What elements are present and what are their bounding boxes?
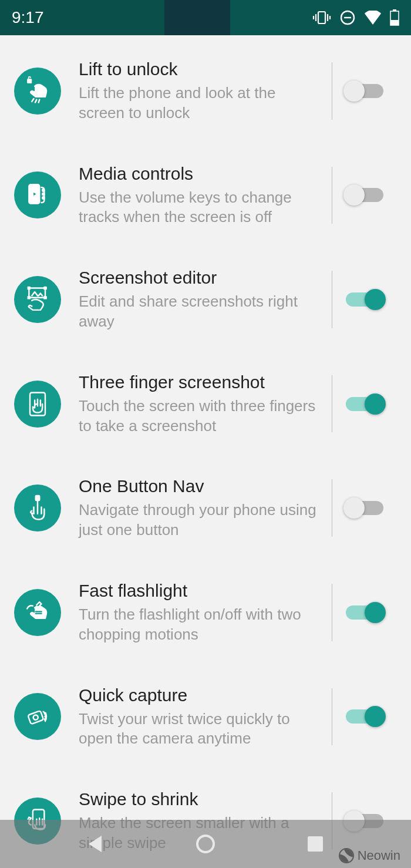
svg-point-30 [45, 713, 46, 714]
setting-one-button-nav[interactable]: One Button Nav Navigate through your pho… [0, 456, 411, 560]
setting-fast-flashlight[interactable]: Fast flashlight Turn the flashlight on/o… [0, 560, 411, 665]
watermark: Neowin [339, 848, 400, 863]
setting-title: Lift to unlock [79, 59, 324, 80]
setting-title: One Button Nav [79, 476, 324, 497]
toggle-screenshot-editor[interactable] [346, 292, 383, 307]
setting-desc: Lift the phone and look at the screen to… [79, 83, 324, 123]
svg-rect-28 [28, 711, 43, 724]
setting-text: Media controls Use the volume keys to ch… [61, 163, 332, 228]
flashlight-icon [14, 589, 61, 636]
nav-home-button[interactable] [191, 830, 220, 858]
setting-three-finger-screenshot[interactable]: Three finger screenshot Touch the screen… [0, 352, 411, 456]
lift-unlock-icon [14, 68, 61, 115]
svg-rect-9 [390, 20, 399, 25]
svg-point-32 [45, 719, 46, 720]
setting-text: One Button Nav Navigate through your pho… [61, 476, 332, 540]
setting-quick-capture[interactable]: Quick capture Twist your wrist twice qui… [0, 665, 411, 769]
setting-title: Screenshot editor [79, 267, 324, 288]
setting-text: Screenshot editor Edit and share screens… [61, 267, 332, 332]
vibrate-icon [312, 10, 331, 25]
setting-desc: Touch the screen with three fingers to t… [79, 396, 324, 436]
svg-line-13 [39, 99, 40, 102]
setting-desc: Twist your wrist twice quickly to open t… [79, 709, 324, 749]
svg-rect-21 [28, 297, 30, 298]
svg-point-29 [33, 715, 39, 721]
svg-rect-20 [44, 287, 46, 289]
svg-point-15 [42, 190, 44, 191]
svg-rect-0 [318, 12, 325, 23]
status-time: 9:17 [12, 8, 44, 27]
setting-title: Media controls [79, 163, 324, 184]
settings-list[interactable]: Lift to unlock Lift the phone and look a… [0, 35, 411, 868]
svg-point-17 [42, 197, 44, 199]
svg-line-12 [35, 99, 36, 102]
setting-text: Lift to unlock Lift the phone and look a… [61, 59, 332, 123]
setting-title: Three finger screenshot [79, 372, 324, 393]
svg-point-16 [42, 193, 44, 195]
svg-line-11 [32, 99, 33, 102]
setting-desc: Turn the flashlight on/off with two chop… [79, 605, 324, 645]
setting-desc: Edit and share screenshots right away [79, 292, 324, 332]
toggle-three-finger-screenshot[interactable] [346, 397, 383, 411]
setting-lift-to-unlock[interactable]: Lift to unlock Lift the phone and look a… [0, 39, 411, 143]
watermark-label: Neowin [358, 848, 400, 863]
setting-screenshot-editor[interactable]: Screenshot editor Edit and share screens… [0, 247, 411, 352]
neowin-logo-icon [339, 848, 354, 863]
setting-desc: Navigate through your phone using just o… [79, 500, 324, 540]
svg-point-31 [45, 716, 46, 717]
battery-icon [390, 9, 399, 26]
media-controls-icon [14, 171, 61, 218]
svg-rect-19 [28, 287, 30, 289]
toggle-one-button-nav[interactable] [346, 501, 383, 515]
svg-point-34 [197, 836, 214, 852]
setting-media-controls[interactable]: Media controls Use the volume keys to ch… [0, 143, 411, 248]
toggle-media-controls[interactable] [346, 188, 383, 202]
setting-text: Quick capture Twist your wrist twice qui… [61, 685, 332, 749]
one-button-nav-icon [14, 485, 61, 531]
setting-desc: Use the volume keys to change tracks whe… [79, 188, 324, 228]
quick-capture-icon [14, 693, 61, 740]
setting-title: Fast flashlight [79, 580, 324, 601]
status-bar: 9:17 [0, 0, 411, 35]
wifi-icon [364, 11, 382, 25]
setting-title: Swipe to shrink [79, 789, 324, 810]
setting-text: Three finger screenshot Touch the screen… [61, 372, 332, 436]
nav-recent-button[interactable] [301, 830, 329, 858]
do-not-disturb-icon [339, 9, 356, 26]
status-icons [312, 9, 399, 26]
svg-rect-10 [27, 79, 32, 83]
toggle-fast-flashlight[interactable] [346, 605, 383, 620]
toggle-quick-capture[interactable] [346, 709, 383, 724]
three-finger-icon [14, 381, 61, 428]
toggle-lift-to-unlock[interactable] [346, 84, 383, 98]
svg-rect-22 [44, 297, 46, 298]
svg-rect-35 [308, 836, 323, 852]
setting-title: Quick capture [79, 685, 324, 706]
screenshot-editor-icon [14, 276, 61, 323]
nav-back-button[interactable] [82, 830, 110, 858]
setting-text: Fast flashlight Turn the flashlight on/o… [61, 580, 332, 645]
